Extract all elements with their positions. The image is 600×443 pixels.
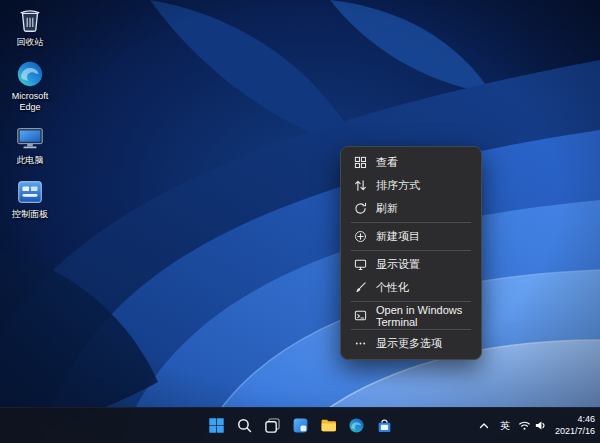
refresh-icon — [353, 202, 367, 216]
menu-item-sort-by[interactable]: 排序方式 — [341, 174, 481, 197]
menu-item-new[interactable]: 新建项目 — [341, 225, 481, 248]
menu-item-label: 显示更多选项 — [376, 336, 442, 351]
clock[interactable]: 4:46 2021/7/16 — [555, 414, 595, 437]
menu-separator — [351, 222, 471, 223]
tray-status-icons[interactable] — [518, 419, 547, 432]
desktop-icon-label: 控制面板 — [12, 209, 48, 220]
tray-chevron-button[interactable] — [476, 418, 492, 434]
personalize-icon — [353, 281, 367, 295]
edge-button[interactable] — [344, 413, 368, 439]
menu-separator — [351, 301, 471, 302]
file-explorer-button[interactable] — [316, 413, 340, 439]
wallpaper[interactable] — [0, 0, 600, 443]
menu-item-label: 刷新 — [376, 201, 398, 216]
menu-item-label: Open in Windows Terminal — [376, 304, 469, 328]
display-settings-icon — [353, 258, 367, 272]
search-button[interactable] — [232, 413, 256, 439]
desktop-icon-recycle-bin[interactable]: 回收站 — [2, 5, 58, 48]
view-icon — [353, 156, 367, 170]
clock-time: 4:46 — [555, 414, 595, 426]
menu-item-open-in-windows-terminal[interactable]: Open in Windows Terminal — [341, 304, 481, 327]
windows-logo-icon — [208, 417, 225, 434]
task-view-button[interactable] — [260, 413, 284, 439]
file-explorer-icon — [320, 417, 337, 434]
microsoft-store-icon — [376, 417, 393, 434]
new-item-icon — [353, 230, 367, 244]
menu-separator — [351, 329, 471, 330]
menu-item-label: 个性化 — [376, 280, 409, 295]
terminal-icon — [353, 309, 367, 323]
menu-separator — [351, 250, 471, 251]
desktop-context-menu: 查看 排序方式 刷新 新建项目 — [340, 146, 482, 360]
menu-item-label: 排序方式 — [376, 178, 420, 193]
desktop-icon-control-panel[interactable]: 控制面板 — [2, 177, 58, 220]
microsoft-store-button[interactable] — [372, 413, 396, 439]
search-icon — [236, 417, 253, 434]
desktop-icon-microsoft-edge[interactable]: Microsoft Edge — [2, 59, 58, 113]
desktop-icon-this-pc[interactable]: 此电脑 — [2, 123, 58, 166]
task-view-icon — [264, 417, 281, 434]
volume-icon — [534, 419, 547, 432]
clock-date: 2021/7/16 — [555, 426, 595, 438]
widgets-icon — [292, 417, 309, 434]
desktop-icon-label: Microsoft Edge — [3, 91, 57, 113]
menu-item-label: 新建项目 — [376, 229, 420, 244]
edge-icon — [348, 417, 365, 434]
menu-item-label: 显示设置 — [376, 257, 420, 272]
control-panel-icon — [15, 177, 45, 207]
recycle-bin-icon — [15, 5, 45, 35]
chevron-up-icon — [478, 420, 490, 432]
more-options-icon — [353, 337, 367, 351]
taskbar-center — [204, 408, 396, 443]
taskbar: 英 4:46 2021/7/16 — [0, 407, 600, 443]
menu-item-show-more-options[interactable]: 显示更多选项 — [341, 332, 481, 355]
widgets-button[interactable] — [288, 413, 312, 439]
this-pc-icon — [15, 123, 45, 153]
network-icon — [518, 419, 531, 432]
edge-icon — [15, 59, 45, 89]
start-button[interactable] — [204, 413, 228, 439]
taskbar-tray: 英 4:46 2021/7/16 — [476, 408, 595, 443]
desktop: 回收站 Microsoft Edge — [0, 0, 600, 443]
menu-item-view[interactable]: 查看 — [341, 151, 481, 174]
menu-item-personalize[interactable]: 个性化 — [341, 276, 481, 299]
menu-item-label: 查看 — [376, 155, 398, 170]
desktop-icon-label: 此电脑 — [17, 155, 44, 166]
language-indicator[interactable]: 英 — [500, 419, 510, 433]
desktop-icons: 回收站 Microsoft Edge — [2, 5, 58, 220]
sort-icon — [353, 179, 367, 193]
menu-item-display-settings[interactable]: 显示设置 — [341, 253, 481, 276]
menu-item-refresh[interactable]: 刷新 — [341, 197, 481, 220]
desktop-icon-label: 回收站 — [17, 37, 44, 48]
